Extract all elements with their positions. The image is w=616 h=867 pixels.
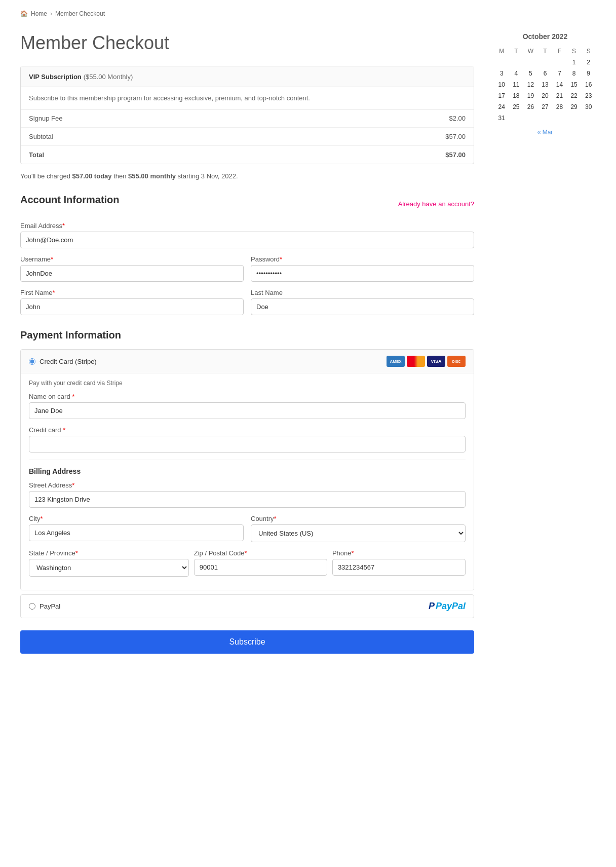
city-country-row: City* Country* United States (U xyxy=(29,515,466,542)
cal-cell: 18 xyxy=(509,90,524,101)
phone-group: Phone* xyxy=(332,549,466,577)
cal-day-f: F xyxy=(552,46,567,57)
signup-fee-line: Signup Fee $2.00 xyxy=(21,109,474,127)
cal-cell: 4 xyxy=(509,68,524,79)
credit-card-input[interactable] xyxy=(29,436,466,453)
calendar-nav: « Mar xyxy=(494,128,596,136)
paypal-radio[interactable] xyxy=(29,603,35,610)
order-description: Subscribe to this membership program for… xyxy=(21,87,474,109)
cal-cell: 9 xyxy=(581,68,596,79)
cal-cell: 11 xyxy=(509,79,524,90)
state-zip-phone-row: State / Province* Washington California … xyxy=(29,549,466,584)
cal-cell xyxy=(581,112,596,124)
breadcrumb-current: Member Checkout xyxy=(55,10,105,17)
credit-card-body: Pay with your credit card via Stripe Nam… xyxy=(21,373,474,590)
cal-cell: 17 xyxy=(494,90,509,101)
email-input[interactable] xyxy=(20,232,474,248)
subscribe-button[interactable]: Subscribe xyxy=(20,630,474,654)
country-label: Country* xyxy=(251,515,466,522)
cal-day-s1: S xyxy=(567,46,582,57)
city-group: City* xyxy=(29,515,244,542)
paypal-label[interactable]: PayPal xyxy=(29,602,60,610)
credit-card-radio[interactable] xyxy=(29,358,35,365)
billing-title: Billing Address xyxy=(29,467,466,475)
name-on-card-input[interactable] xyxy=(29,402,466,419)
account-section-title: Account Information xyxy=(20,194,120,206)
firstname-input[interactable] xyxy=(20,298,244,315)
cal-cell: 16 xyxy=(581,79,596,90)
cal-cell xyxy=(523,112,538,124)
state-group: State / Province* Washington California … xyxy=(29,549,189,577)
cal-cell: 30 xyxy=(581,101,596,112)
city-label: City* xyxy=(29,515,244,522)
cal-cell xyxy=(538,112,553,124)
lastname-input[interactable] xyxy=(251,298,474,315)
street-label: Street Address* xyxy=(29,481,466,489)
subtotal-line: Subtotal $57.00 xyxy=(21,127,474,145)
password-input[interactable] xyxy=(251,265,474,282)
cal-cell: 14 xyxy=(552,79,567,90)
firstname-group: First Name* xyxy=(20,289,244,315)
cal-cell xyxy=(538,57,553,68)
subtotal-amount: $57.00 xyxy=(445,133,466,140)
username-input[interactable] xyxy=(20,265,244,282)
street-group: Street Address* xyxy=(29,481,466,508)
cal-cell: 19 xyxy=(523,90,538,101)
cal-cell: 10 xyxy=(494,79,509,90)
password-label: Password* xyxy=(251,255,474,263)
prev-month-link[interactable]: « Mar xyxy=(537,129,553,136)
mastercard-icon xyxy=(407,356,425,367)
already-account-link[interactable]: Already have an account? xyxy=(398,200,474,208)
username-label: Username* xyxy=(20,255,244,263)
cal-cell: 3 xyxy=(494,68,509,79)
country-group: Country* United States (US) xyxy=(251,515,466,542)
cal-cell xyxy=(523,57,538,68)
credit-card-label[interactable]: Credit Card (Stripe) xyxy=(29,358,97,365)
cal-cell xyxy=(509,57,524,68)
calendar: October 2022 M T W T F S S xyxy=(494,32,596,136)
credit-card-option: Credit Card (Stripe) AMEX VISA DISC Pay … xyxy=(20,349,474,590)
cal-cell: 7 xyxy=(552,68,567,79)
cal-day-w: W xyxy=(523,46,538,57)
total-amount: $57.00 xyxy=(445,151,466,159)
cal-cell: 8 xyxy=(567,68,582,79)
country-select[interactable]: United States (US) xyxy=(251,524,466,542)
total-label: Total xyxy=(29,151,44,159)
calendar-column: October 2022 M T W T F S S xyxy=(494,32,596,136)
cal-cell xyxy=(552,57,567,68)
name-on-card-label: Name on card * xyxy=(29,393,466,400)
plan-name: VIP Subscription xyxy=(29,73,82,81)
subtotal-label: Subtotal xyxy=(29,133,53,140)
password-group: Password* xyxy=(251,255,474,282)
paypal-header: PayPal PPayPal xyxy=(21,595,474,618)
paypal-option: PayPal PPayPal xyxy=(20,594,474,618)
state-select[interactable]: Washington California New York xyxy=(29,559,189,577)
cal-cell: 20 xyxy=(538,90,553,101)
calendar-title: October 2022 xyxy=(494,32,596,41)
payment-section: Payment Information Credit Card (Stripe)… xyxy=(20,329,474,654)
street-input[interactable] xyxy=(29,491,466,508)
charge-note: You'll be charged $57.00 today then $55.… xyxy=(20,172,474,180)
zip-input[interactable] xyxy=(194,559,327,576)
cal-cell xyxy=(567,112,582,124)
username-password-row: Username* Password* xyxy=(20,255,474,282)
credit-card-header: Credit Card (Stripe) AMEX VISA DISC xyxy=(21,350,474,373)
total-line: Total $57.00 xyxy=(21,145,474,164)
calendar-table: M T W T F S S 12345678910111213141516171… xyxy=(494,46,596,124)
billing-address-section: Billing Address Street Address* xyxy=(29,460,466,584)
credit-card-field-label: Credit card * xyxy=(29,426,466,434)
city-input[interactable] xyxy=(29,524,244,541)
credit-card-number-group: Credit card * xyxy=(29,426,466,453)
username-group: Username* xyxy=(20,255,244,282)
plan-price: ($55.00 Monthly) xyxy=(84,73,133,81)
breadcrumb: 🏠 Home › Member Checkout xyxy=(20,10,596,17)
cal-cell xyxy=(509,112,524,124)
phone-input[interactable] xyxy=(332,559,466,576)
lastname-label: Last Name xyxy=(251,289,474,296)
email-group: Email Address* xyxy=(20,222,474,248)
signup-fee-amount: $2.00 xyxy=(449,115,466,122)
cal-day-t2: T xyxy=(538,46,553,57)
cal-cell: 12 xyxy=(523,79,538,90)
paypal-text-icon: PayPal xyxy=(436,601,466,612)
breadcrumb-home[interactable]: Home xyxy=(31,10,47,17)
